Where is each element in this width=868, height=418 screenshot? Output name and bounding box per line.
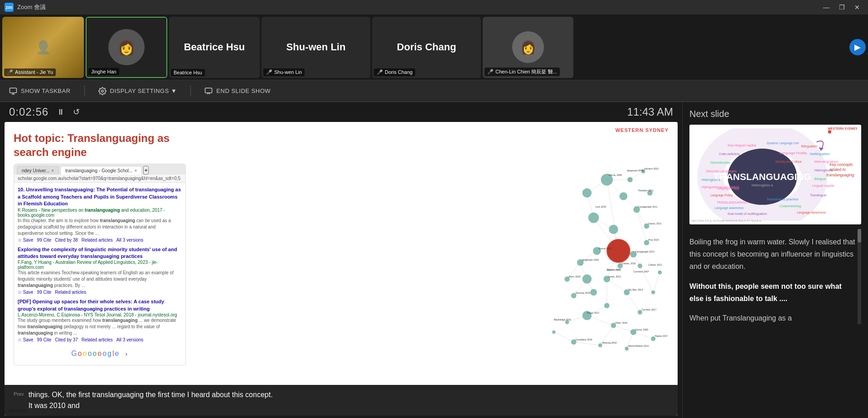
toolbar: SHOW TASKBAR DISPLAY SETTINGS ▼ END SLID… xyxy=(0,80,868,102)
next-participant-button[interactable]: ▶ xyxy=(849,39,866,55)
next-slide-header: Next slide xyxy=(689,109,861,119)
google-pagination: Goooooogle › xyxy=(18,346,182,361)
svg-point-76 xyxy=(552,331,555,334)
action-cite[interactable]: 99 Cite xyxy=(37,337,52,342)
svg-text:related to: related to xyxy=(829,167,846,172)
display-settings-button[interactable]: DISPLAY SETTINGS ▼ xyxy=(98,87,177,95)
result-title-1[interactable]: 10. Unravelling translanguaging: The Pot… xyxy=(18,186,182,207)
tab-1-label: ndey Univer... xyxy=(22,168,49,173)
mute-icon: 🎤 xyxy=(266,69,272,75)
main-content: 0:02:56 ⏸ ↺ 11:43 AM WESTERN SYDNEY Hot … xyxy=(0,102,868,418)
show-taskbar-button[interactable]: SHOW TASKBAR xyxy=(9,87,71,95)
svg-point-50 xyxy=(607,239,630,262)
participant-tile-shu-wen-lin[interactable]: Shu-wen Lin 🎤 Shu-wen Lin xyxy=(262,17,370,78)
action-related[interactable]: Related articles xyxy=(55,290,86,295)
svg-text:Bilingualism: Bilingualism xyxy=(801,145,818,148)
svg-text:Martin-Beltrán 2014: Martin-Beltrán 2014 xyxy=(628,345,649,347)
browser-tab-2[interactable]: translanguaging - Google Schol... × xyxy=(60,166,142,175)
participant-tile-beatrice-hsu[interactable]: Beatrice Hsu Beatrice Hsu xyxy=(169,17,260,78)
action-save[interactable]: ☆ Save xyxy=(18,337,34,342)
url-bar[interactable]: scholar.google.com.au/scholar?start=970&… xyxy=(14,175,185,183)
timer-display: 0:02:56 xyxy=(9,106,48,118)
svg-point-48 xyxy=(627,177,633,182)
action-cited-by[interactable]: Cited by 37 xyxy=(55,337,78,342)
display-settings-icon xyxy=(98,87,107,95)
titlebar-left: zm Zoom 會議 xyxy=(5,3,46,12)
svg-text:translanguaging: translanguaging xyxy=(826,173,854,177)
svg-point-43 xyxy=(620,192,628,200)
svg-text:Makoni 2005: Makoni 2005 xyxy=(607,268,621,271)
action-versions[interactable]: All 3 versions xyxy=(116,337,143,342)
action-related[interactable]: Related articles xyxy=(82,238,113,243)
caption-line-1: things. OK, the first translanguaging th… xyxy=(29,389,273,400)
svg-point-62 xyxy=(638,263,642,268)
svg-text:Rampton 2011: Rampton 2011 xyxy=(638,189,654,192)
restore-button[interactable]: ❐ xyxy=(835,3,848,12)
browser-tab-1[interactable]: ndey Univer... × xyxy=(17,166,59,175)
svg-text:Jørgensen-2008: Jørgensen-2008 xyxy=(627,169,644,172)
svg-text:Bilingual: Bilingual xyxy=(814,177,826,181)
svg-text:Cummins 2007: Cummins 2007 xyxy=(633,270,649,273)
new-tab-button[interactable]: + xyxy=(143,166,149,175)
wordcloud-slide: WESTERN SYDNEY🔴 TRANSLANGUAGING Heterogl… xyxy=(689,125,861,224)
participant-tile-doris-chang[interactable]: Doris Chang 🎤 Doris Chang xyxy=(372,17,481,78)
end-slide-show-label: END SLIDE SHOW xyxy=(216,87,271,94)
pause-button[interactable]: ⏸ xyxy=(57,107,65,117)
tab-2-close[interactable]: × xyxy=(134,168,137,173)
svg-text:Garcia, 2011: Garcia, 2011 xyxy=(648,222,661,225)
participant-tile-chen-lin-chien[interactable]: 👩 🎤 Chen-Lin Chien 簡辰棻 醫... xyxy=(483,17,573,78)
svg-text:Language awareness: Language awareness xyxy=(715,206,744,210)
text-para-1: Boiling the frog in warm water. Slowly I… xyxy=(689,236,856,273)
svg-text:Language Policy: Language Policy xyxy=(710,194,733,197)
action-versions[interactable]: All 3 versions xyxy=(116,238,143,243)
network-svg: Garcia, 2008 Jørgensen-2008 Johnson 2010… xyxy=(501,145,673,380)
action-related[interactable]: Related articles xyxy=(82,337,113,342)
restart-button[interactable]: ↺ xyxy=(73,107,80,117)
svg-rect-4 xyxy=(205,88,212,93)
svg-text:Lingual capital: Lingual capital xyxy=(812,184,834,188)
result-title-2[interactable]: Exploring the complexity of linguistic m… xyxy=(18,246,182,260)
svg-text:Creese, 2011: Creese, 2011 xyxy=(648,263,662,266)
svg-point-45 xyxy=(609,225,618,234)
right-panel: Next slide WESTERN SYDNEY🔴 TRANSLANGUAGI… xyxy=(682,102,868,418)
svg-text:Translingual practice: Translingual practice xyxy=(766,197,798,201)
toolbar-separator-2 xyxy=(190,86,191,97)
svg-text:Multilingualism: Multilingualism xyxy=(810,152,830,156)
svg-line-35 xyxy=(613,326,633,332)
titlebar: zm Zoom 會議 — ❐ ✕ xyxy=(0,0,868,15)
participant-tile-assistant-jie-yu[interactable]: 👤 🎤 Assistant - Jie Yu xyxy=(2,17,84,78)
action-cited-by[interactable]: Cited by 38 xyxy=(55,238,78,243)
participant-name: Doris Chang xyxy=(385,69,412,75)
participant-name-large: Beatrice Hsu xyxy=(179,37,250,58)
caption-line-2: It was 2010 and xyxy=(29,400,273,411)
svg-text:Garcia 2014: Garcia 2014 xyxy=(599,247,611,250)
result-item-2: Exploring the complexity of linguistic m… xyxy=(18,246,182,295)
svg-text:Hawes 2017: Hawes 2017 xyxy=(655,335,668,337)
svg-line-30 xyxy=(653,272,660,292)
svg-text:Identity and Culture: Identity and Culture xyxy=(776,160,802,164)
participant-label-beatrice-hsu: Beatrice Hsu xyxy=(171,69,205,76)
slide-content: WESTERN SYDNEY Hot topic: Translanguagin… xyxy=(5,122,678,416)
participant-name: Assistant - Jie Yu xyxy=(15,69,53,75)
close-button[interactable]: ✕ xyxy=(851,3,863,12)
action-save[interactable]: ☆ Save xyxy=(18,238,34,243)
action-cite[interactable]: 99 Cite xyxy=(37,290,52,295)
action-save[interactable]: ☆ Save xyxy=(18,290,34,295)
titlebar-controls: — ❐ ✕ xyxy=(820,3,863,12)
clock-display: 11:43 AM xyxy=(627,106,673,118)
next-slide-preview: WESTERN SYDNEY🔴 TRANSLANGUAGING Heterogl… xyxy=(689,125,861,224)
minimize-button[interactable]: — xyxy=(820,3,833,12)
participant-tile-jinghe-han[interactable]: 👩 Jinghe Han xyxy=(86,17,167,78)
result-title-3[interactable]: [PDF] Opening up spaces for their whole … xyxy=(18,298,182,312)
svg-text:Canadians 2016: Canadians 2016 xyxy=(575,338,592,341)
svg-text:Pozan 2017: Pozan 2017 xyxy=(587,311,599,314)
end-slide-show-button[interactable]: END SLIDE SHOW xyxy=(204,87,271,95)
result-item-1: 10. Unravelling translanguaging: The Pot… xyxy=(18,186,182,242)
svg-point-44 xyxy=(588,213,599,223)
tab-1-close[interactable]: × xyxy=(51,168,54,173)
svg-text:Blackledge 2016: Blackledge 2016 xyxy=(554,318,571,321)
action-cite[interactable]: 99 Cite xyxy=(37,238,52,243)
svg-text:Key concepts: Key concepts xyxy=(829,162,853,167)
browser-tabs: ndey Univer... × translanguaging - Googl… xyxy=(14,164,185,175)
svg-text:Dynamic Language Use: Dynamic Language Use xyxy=(766,141,799,145)
